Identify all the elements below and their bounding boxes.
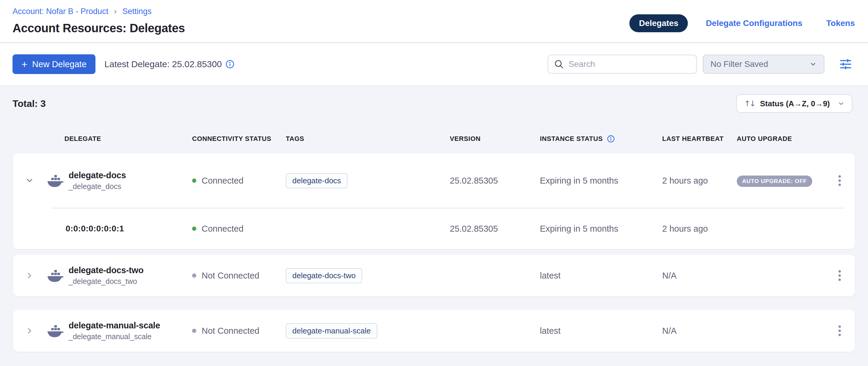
delegate-name: delegate-docs-two (69, 265, 144, 275)
instance-status-cell: latest (540, 271, 662, 281)
col-header-delegate: DELEGATE (46, 135, 186, 143)
expand-row-button[interactable] (13, 327, 46, 335)
table-row[interactable]: delegate-manual-scale _delegate_manual_s… (13, 310, 855, 352)
col-header-version: VERSION (450, 135, 540, 143)
search-icon (554, 59, 564, 69)
instance-status-cell: latest (540, 326, 662, 336)
delegate-name-cell: delegate-manual-scale _delegate_manual_s… (46, 320, 186, 341)
col-header-instance-status: INSTANCE STATUS (540, 135, 603, 143)
connectivity-cell: Not Connected (186, 271, 286, 281)
delegate-card-docs: delegate-docs _delegate_docs Connected d… (13, 153, 855, 249)
docker-icon (46, 266, 64, 284)
last-heartbeat-cell: N/A (662, 271, 737, 281)
disconnected-dot-icon (192, 329, 196, 333)
tags-cell: delegate-docs (286, 173, 450, 188)
saved-filter-value: No Filter Saved (711, 59, 768, 69)
col-header-auto-upgrade: AUTO UPGRADE (737, 135, 825, 143)
chevron-right-icon (25, 327, 34, 335)
latest-delegate-text: Latest Delegate: 25.02.85300 (104, 59, 235, 69)
total-count: Total: 3 (12, 98, 45, 109)
sliders-icon (840, 59, 851, 69)
version-cell: 25.02.85305 (450, 224, 540, 234)
sort-dropdown[interactable]: ↑↓ Status (A→Z, 0→9) (736, 94, 852, 113)
connectivity-cell: Connected (186, 224, 286, 234)
connectivity-cell: Connected (186, 176, 286, 186)
col-header-connectivity: CONNECTIVITY STATUS (186, 135, 286, 143)
page-header: Account: Nofar B - Product › Settings Ac… (0, 0, 868, 43)
latest-delegate-version: Latest Delegate: 25.02.85300 (104, 59, 222, 69)
row-menu-cell (825, 323, 855, 339)
saved-filter-dropdown[interactable]: No Filter Saved (703, 55, 825, 74)
delegate-hostname: _delegate_docs_two (69, 277, 144, 286)
delegate-hostname: _delegate_manual_scale (69, 332, 160, 341)
instance-status-cell: Expiring in 5 months (540, 224, 662, 234)
breadcrumb-settings-link[interactable]: Settings (122, 7, 152, 16)
delegate-hostname: _delegate_docs (69, 182, 126, 191)
row-menu-cell (825, 268, 855, 283)
toolbar-right-group: No Filter Saved (548, 55, 851, 74)
chevron-down-icon (809, 61, 817, 68)
connectivity-status: Connected (202, 176, 243, 186)
plus-icon: + (22, 59, 27, 69)
delegate-name-cell: delegate-docs-two _delegate_docs_two (46, 265, 186, 286)
chevron-down-icon (25, 176, 34, 185)
chevron-right-icon (25, 271, 34, 280)
disconnected-dot-icon (192, 274, 196, 278)
breadcrumb-chevron-icon: › (114, 6, 117, 17)
tab-delegates[interactable]: Delegates (629, 14, 688, 32)
last-heartbeat-cell: N/A (662, 326, 737, 336)
auto-upgrade-badge: AUTO UPGRADE: OFF (737, 175, 812, 187)
expand-row-button[interactable] (13, 271, 46, 280)
breadcrumb-account-link[interactable]: Account: Nofar B - Product (12, 7, 108, 16)
tag-pill: delegate-manual-scale (286, 323, 377, 339)
sort-selected-value: Status (A→Z, 0→9) (760, 99, 830, 108)
row-menu-cell (825, 173, 855, 188)
search-box (548, 55, 697, 74)
page-title: Account Resources: Delegates (12, 22, 185, 35)
tab-delegate-configurations[interactable]: Delegate Configurations (706, 19, 802, 28)
delegates-page: Account: Nofar B - Product › Settings Ac… (0, 0, 868, 366)
last-heartbeat-cell: 2 hours ago (662, 224, 737, 234)
connectivity-cell: Not Connected (186, 326, 286, 336)
last-heartbeat-cell: 2 hours ago (662, 176, 737, 186)
table-row[interactable]: delegate-docs _delegate_docs Connected d… (13, 153, 855, 208)
kebab-menu-icon[interactable] (825, 173, 855, 188)
instance-ip: 0:0:0:0:0:0:0:1 (46, 224, 186, 233)
delegate-card-docs-two: delegate-docs-two _delegate_docs_two Not… (13, 255, 855, 296)
col-header-last-heartbeat: LAST HEARTBEAT (662, 135, 737, 143)
connected-dot-icon (192, 178, 196, 183)
delegate-name: delegate-manual-scale (69, 320, 160, 331)
header-tabs: Delegates Delegate Configurations Tokens (629, 14, 855, 32)
chevron-down-icon (838, 100, 845, 107)
tab-tokens[interactable]: Tokens (826, 19, 855, 28)
sort-arrows-icon: ↑↓ (744, 99, 755, 108)
version-cell: 25.02.85305 (450, 176, 540, 186)
toolbar: + New Delegate Latest Delegate: 25.02.85… (0, 43, 868, 86)
tags-cell: delegate-docs-two (286, 268, 450, 283)
filter-panel-button[interactable] (840, 59, 851, 69)
docker-icon (46, 322, 64, 340)
kebab-menu-icon[interactable] (825, 268, 855, 283)
info-icon[interactable] (607, 135, 615, 143)
search-input[interactable] (568, 59, 690, 69)
connectivity-status: Not Connected (202, 271, 259, 281)
connectivity-status: Not Connected (202, 326, 259, 336)
docker-icon (46, 172, 64, 190)
new-delegate-button-label: New Delegate (32, 59, 87, 69)
table-header-row: DELEGATE CONNECTIVITY STATUS TAGS VERSIO… (13, 134, 855, 143)
delegate-card-manual-scale: delegate-manual-scale _delegate_manual_s… (13, 310, 855, 352)
tag-pill: delegate-docs (286, 173, 347, 188)
list-toolbar: Total: 3 ↑↓ Status (A→Z, 0→9) (12, 94, 852, 113)
instance-status-cell: Expiring in 5 months (540, 176, 662, 186)
connectivity-status: Connected (202, 224, 243, 234)
collapse-row-button[interactable] (13, 176, 46, 185)
delegate-instance-row: 0:0:0:0:0:0:0:1 Connected 25.02.85305 Ex… (13, 208, 855, 249)
breadcrumb: Account: Nofar B - Product › Settings (12, 6, 152, 17)
auto-upgrade-cell: AUTO UPGRADE: OFF (737, 174, 825, 187)
kebab-menu-icon[interactable] (825, 323, 855, 339)
table-row[interactable]: delegate-docs-two _delegate_docs_two Not… (13, 255, 855, 296)
tag-pill: delegate-docs-two (286, 268, 362, 283)
info-icon[interactable] (225, 60, 235, 69)
new-delegate-button[interactable]: + New Delegate (12, 54, 95, 74)
connected-dot-icon (192, 227, 196, 231)
